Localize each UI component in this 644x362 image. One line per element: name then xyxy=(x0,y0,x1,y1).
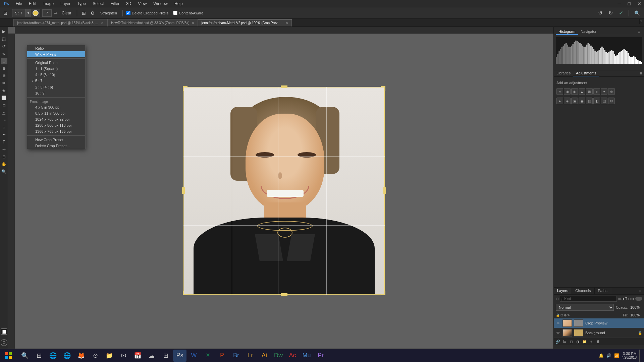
menu-view[interactable]: View xyxy=(137,1,148,7)
crop-tool[interactable]: ⊡ xyxy=(1,58,7,64)
selection-tool[interactable]: ⬚ xyxy=(1,36,7,42)
layers-tab[interactable]: Layers xyxy=(554,288,572,294)
adj-gradient-map[interactable]: ◫ xyxy=(601,98,607,104)
panel-collapse-btn[interactable]: » xyxy=(640,19,644,24)
rotate-cw-button[interactable]: ↻ xyxy=(606,9,615,17)
dropdown-4-5[interactable]: 4 : 5 (8 : 10) xyxy=(27,72,85,78)
dropdown-original-ratio[interactable]: Original Ratio xyxy=(27,60,85,66)
heal-tool[interactable]: ⊗ xyxy=(1,72,7,79)
adj-bw[interactable]: ⊛ xyxy=(608,88,615,95)
tab-1-close[interactable]: ✕ xyxy=(192,21,194,25)
layer-eye-bg[interactable]: 👁 xyxy=(556,330,560,335)
quick-select-tool[interactable]: ∞ xyxy=(1,50,7,57)
clone-tool[interactable]: ◈ xyxy=(1,87,7,94)
confirm-button[interactable]: ✓ xyxy=(617,9,625,17)
adj-posterize[interactable]: ▤ xyxy=(586,98,593,104)
taskbar-search[interactable]: 🔍 xyxy=(18,350,32,362)
adj-curves[interactable]: ◐ xyxy=(571,88,578,95)
gradient-tool[interactable]: △ xyxy=(1,109,7,116)
adj-hsl[interactable]: ≡ xyxy=(593,88,600,95)
layer-filter-smart[interactable]: ⊛ xyxy=(631,297,634,301)
dropdown-4x5-300[interactable]: 4 x 5 in 300 ppi xyxy=(27,104,85,110)
layer-item-crop-preview[interactable]: 👁 Crop Preview xyxy=(554,318,644,328)
path-tool[interactable]: ⊹ xyxy=(1,146,7,153)
layer-link-btn[interactable]: 🔗 xyxy=(555,339,560,344)
layers-options-icon[interactable]: ≡ xyxy=(636,288,644,294)
menu-layer[interactable]: Layer xyxy=(59,1,72,7)
menu-select[interactable]: Select xyxy=(91,1,105,7)
grid-settings-icon[interactable]: ⚙ xyxy=(89,10,96,16)
tab-0[interactable]: jennifer-fordham-4274_metal.psd @ 157% (… xyxy=(13,19,107,26)
pen-tool[interactable]: ✒ xyxy=(1,131,7,138)
blur-tool[interactable]: ⊸ xyxy=(1,117,7,123)
taskbar-bridge[interactable]: Br xyxy=(229,350,243,362)
taskbar-edge[interactable]: 🌐 xyxy=(46,350,60,362)
clear-button[interactable]: Clear xyxy=(60,10,73,16)
lock-icons[interactable]: 🔒 □ ⊕ ✎ xyxy=(556,313,570,317)
taskbar-file-explorer[interactable]: 📁 xyxy=(103,350,116,362)
taskbar-excel[interactable]: X xyxy=(201,350,215,362)
tab-1[interactable]: HowToTakeHeadshot.psd @ 33.3% (Zoom, RGB… xyxy=(107,19,198,26)
hand-tool[interactable]: ✋ xyxy=(1,161,7,168)
eraser-tool[interactable]: ◻ xyxy=(1,102,7,109)
grid-overlay-icon[interactable]: ⊞ xyxy=(80,10,87,16)
adj-color-balance[interactable]: ✦ xyxy=(601,88,607,95)
taskbar-dreamweaver[interactable]: Dw xyxy=(272,350,285,362)
menu-image[interactable]: Image xyxy=(41,1,55,7)
adj-levels[interactable]: ◑ xyxy=(564,88,571,95)
dropdown-1366x768[interactable]: 1366 x 768 px 135 ppi xyxy=(27,128,85,134)
navigator-tab[interactable]: Navigator xyxy=(578,29,599,35)
minimize-btn[interactable]: ─ xyxy=(618,1,621,6)
adj-channel-mixer[interactable]: ◈ xyxy=(564,98,571,104)
taskbar-premiere[interactable]: Pr xyxy=(314,350,327,362)
taskbar-word[interactable]: W xyxy=(187,350,201,362)
history-tool[interactable]: ⬜ xyxy=(1,95,7,101)
taskbar-ppt[interactable]: P xyxy=(215,350,229,362)
tab-2[interactable]: jennifer-fordham-Metal V2.psd @ 100% (Cr… xyxy=(198,19,292,26)
dropdown-ratio[interactable]: Ratio xyxy=(27,45,85,51)
channels-tab[interactable]: Channels xyxy=(572,288,594,294)
layer-filter-adj[interactable]: ◑ xyxy=(622,297,625,301)
layer-filter-toggle[interactable] xyxy=(635,297,642,301)
blend-mode-select[interactable]: Normal xyxy=(556,304,614,311)
adj-options-icon[interactable]: ≡ xyxy=(638,70,644,76)
layer-fx-btn[interactable]: fx xyxy=(562,339,567,344)
canvas-content[interactable] xyxy=(15,34,553,348)
image-container[interactable] xyxy=(183,87,385,295)
taskbar-calendar[interactable]: 📅 xyxy=(131,350,144,362)
adj-threshold[interactable]: ◧ xyxy=(593,98,600,104)
taskbar-lightroom[interactable]: Lr xyxy=(244,350,257,362)
adjustments-tab[interactable]: Adjustments xyxy=(573,70,599,76)
adj-invert[interactable]: ◉ xyxy=(579,98,585,104)
maximize-btn[interactable]: □ xyxy=(628,1,631,6)
tab-0-close[interactable]: ✕ xyxy=(101,21,104,25)
layer-search-input[interactable] xyxy=(560,296,617,302)
crop-swap-icon[interactable]: ⇌ xyxy=(54,10,58,16)
adj-exposure[interactable]: ▲ xyxy=(579,88,585,95)
zoom-tool[interactable]: 🔍 xyxy=(1,168,7,175)
crop-dropdown-btn[interactable]: ▼ xyxy=(25,9,31,17)
dodge-tool[interactable]: ○ xyxy=(1,124,7,131)
move-tool[interactable]: ▶ xyxy=(1,28,7,35)
layer-new-btn[interactable]: + xyxy=(589,339,594,344)
start-button[interactable] xyxy=(0,349,17,362)
dropdown-2-3[interactable]: 2 : 3 (4 : 6) xyxy=(27,84,85,90)
delete-cropped-checkbox[interactable] xyxy=(126,11,130,15)
menu-edit[interactable]: Edit xyxy=(28,1,37,7)
taskbar-apps[interactable]: ⊞ xyxy=(159,350,172,362)
layer-filter-pixel[interactable]: ⊞ xyxy=(618,297,621,301)
menu-ps[interactable]: Ps xyxy=(3,1,10,7)
histogram-tab[interactable]: Histogram xyxy=(556,29,578,35)
crop-ratio-input[interactable]: 5 : 7 xyxy=(12,9,25,17)
speaker-icon[interactable]: 🔊 xyxy=(606,353,611,358)
taskbar-firefox[interactable]: 🦊 xyxy=(74,350,88,362)
content-aware-checkbox[interactable] xyxy=(173,11,177,15)
adj-brightness[interactable]: ☀ xyxy=(556,88,563,95)
content-aware-label[interactable]: Content-Aware xyxy=(173,11,203,15)
quick-mask[interactable]: ⊙ xyxy=(1,339,7,346)
straighten-button[interactable]: Straighten xyxy=(98,10,119,16)
menu-type[interactable]: Type xyxy=(76,1,87,7)
rotate-ccw-button[interactable]: ↺ xyxy=(596,9,604,17)
tab-2-close[interactable]: ✕ xyxy=(285,21,288,25)
dropdown-new-preset[interactable]: New Crop Preset... xyxy=(27,137,85,143)
